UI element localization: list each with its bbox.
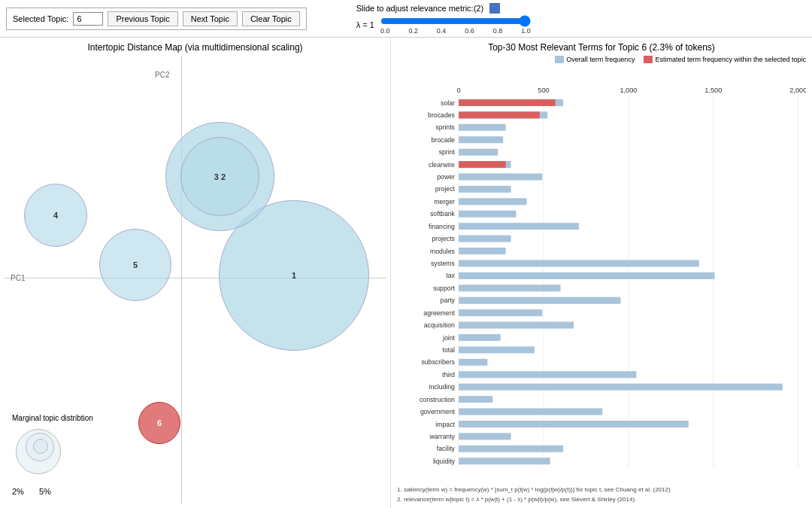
- svg-rect-70: [459, 446, 563, 452]
- svg-text:projects: projects: [432, 235, 455, 242]
- svg-rect-52: [459, 334, 501, 341]
- prev-topic-button[interactable]: Previous Topic: [108, 11, 177, 26]
- next-topic-button[interactable]: Next Topic: [183, 11, 238, 26]
- svg-text:warranty: warranty: [429, 433, 456, 440]
- svg-rect-30: [459, 198, 526, 205]
- svg-text:brocades: brocades: [428, 111, 456, 119]
- selected-topic-label: Selected Topic:: [13, 14, 68, 23]
- svg-text:1,500: 1,500: [704, 87, 722, 94]
- relevance-slider-container: Slide to adjust relevance metric:(2) λ =…: [356, 3, 531, 35]
- topic-circle-5[interactable]: 5: [99, 229, 171, 301]
- svg-text:1,000: 1,000: [620, 87, 637, 94]
- svg-rect-50: [459, 322, 574, 329]
- clear-topic-button[interactable]: Clear Topic: [242, 11, 300, 26]
- svg-rect-26: [459, 173, 542, 180]
- svg-rect-28: [459, 186, 511, 193]
- legend-pct-2: 2%: [12, 487, 24, 496]
- slider-color-indicator: [489, 3, 500, 14]
- svg-rect-12: [459, 99, 556, 106]
- svg-text:500: 500: [538, 87, 549, 94]
- svg-rect-46: [459, 297, 620, 304]
- svg-text:government: government: [420, 408, 456, 415]
- lambda-slider[interactable]: [380, 15, 531, 27]
- svg-text:0: 0: [457, 87, 461, 94]
- svg-text:solar: solar: [441, 99, 455, 107]
- topic-circle-4[interactable]: 4: [24, 184, 87, 247]
- svg-rect-38: [459, 248, 506, 254]
- svg-text:impact: impact: [435, 421, 455, 428]
- svg-rect-44: [459, 284, 560, 291]
- svg-rect-66: [459, 421, 689, 427]
- svg-text:sprint: sprint: [439, 148, 456, 156]
- svg-rect-42: [459, 272, 714, 279]
- topic-circle-6[interactable]: 6: [138, 402, 180, 444]
- legend-estimated-color: [644, 56, 653, 63]
- svg-text:merger: merger: [434, 198, 455, 205]
- legend-estimated: Estimated term frequency within the sele…: [644, 56, 806, 63]
- svg-rect-17: [459, 124, 506, 131]
- slider-lambda-row: λ = 1 0.0 0.2 0.4 0.6 0.8 1.0: [356, 15, 531, 35]
- svg-text:systems: systems: [431, 260, 456, 267]
- svg-text:project: project: [435, 185, 456, 193]
- svg-rect-21: [459, 149, 498, 156]
- svg-text:agreement: agreement: [423, 309, 455, 317]
- topic-label-1: 1: [292, 271, 296, 280]
- pc1-label: PC1: [11, 274, 25, 282]
- svg-text:clearwire: clearwire: [429, 161, 455, 169]
- svg-rect-58: [459, 371, 636, 378]
- svg-text:construction: construction: [420, 396, 455, 403]
- chart-legend: Overall term frequency Estimated term fr…: [397, 56, 806, 63]
- main-content: Intertopic Distance Map (via multidimens…: [0, 38, 812, 508]
- footnote-1: 1. saliency(term w) = frequency(w) * [su…: [397, 485, 806, 494]
- right-panel: Top-30 Most Relevant Terms for Topic 6 (…: [391, 38, 812, 508]
- topic-label-4: 4: [53, 211, 58, 220]
- legend-estimated-label: Estimated term frequency within the sele…: [655, 56, 806, 63]
- svg-text:2,000: 2,000: [789, 87, 806, 94]
- slider-top-row: Slide to adjust relevance metric:(2): [356, 3, 531, 14]
- footnote-2: 2. relevance(term w|topic t) = λ * p(w|t…: [397, 495, 806, 503]
- svg-text:including: including: [429, 383, 456, 391]
- tick-labels: 0.0 0.2 0.4 0.6 0.8 1.0: [380, 27, 531, 35]
- svg-text:support: support: [433, 284, 456, 292]
- topic-label-5: 5: [133, 260, 138, 269]
- svg-rect-36: [459, 236, 511, 242]
- map-area: PC2 PC1 1 3 2 4 5 6: [5, 56, 386, 503]
- legend-pct-5: 5%: [39, 487, 51, 496]
- topic-controls: Selected Topic: Previous Topic Next Topi…: [6, 8, 307, 30]
- topic-circle-32-inner[interactable]: 3 2: [180, 137, 259, 216]
- y-axis: [181, 56, 182, 503]
- svg-text:joint: joint: [442, 334, 456, 342]
- svg-text:facility: facility: [437, 445, 456, 452]
- svg-rect-24: [459, 161, 506, 168]
- bar-chart-area: 05001,0001,5002,000solarbrocadessprintsb…: [397, 65, 806, 484]
- svg-text:brocade: brocade: [431, 136, 455, 144]
- svg-rect-15: [459, 111, 540, 118]
- legend-pct-row: 2% 5%: [12, 487, 93, 496]
- svg-rect-68: [459, 433, 511, 440]
- svg-rect-34: [459, 223, 579, 230]
- left-panel: Intertopic Distance Map (via multidimens…: [0, 38, 391, 508]
- map-title: Intertopic Distance Map (via multidimens…: [5, 42, 386, 53]
- legend-overall-label: Overall term frequency: [566, 56, 635, 63]
- svg-text:total: total: [442, 346, 455, 354]
- topic-label-32: 3 2: [214, 172, 226, 181]
- legend-overall: Overall term frequency: [555, 56, 635, 63]
- lambda-value-label: λ = 1: [356, 20, 374, 29]
- svg-text:financing: financing: [429, 223, 455, 230]
- svg-text:tax: tax: [446, 272, 455, 279]
- svg-rect-64: [459, 408, 602, 415]
- svg-rect-48: [459, 309, 542, 316]
- svg-text:party: party: [441, 297, 456, 304]
- marginal-title: Marginal topic distribtion: [12, 414, 93, 422]
- top-bar: Selected Topic: Previous Topic Next Topi…: [0, 0, 812, 38]
- svg-text:softbank: softbank: [430, 210, 456, 217]
- pc2-label: PC2: [155, 71, 169, 79]
- svg-rect-60: [459, 384, 783, 391]
- slider-label: Slide to adjust relevance metric:(2): [356, 4, 483, 13]
- svg-rect-56: [459, 359, 487, 366]
- svg-text:acquisition: acquisition: [424, 321, 455, 329]
- legend-overall-color: [555, 56, 564, 63]
- selected-topic-input[interactable]: [73, 12, 103, 26]
- svg-text:subscribers: subscribers: [421, 358, 455, 366]
- slider-wrapper: 0.0 0.2 0.4 0.6 0.8 1.0: [380, 15, 531, 35]
